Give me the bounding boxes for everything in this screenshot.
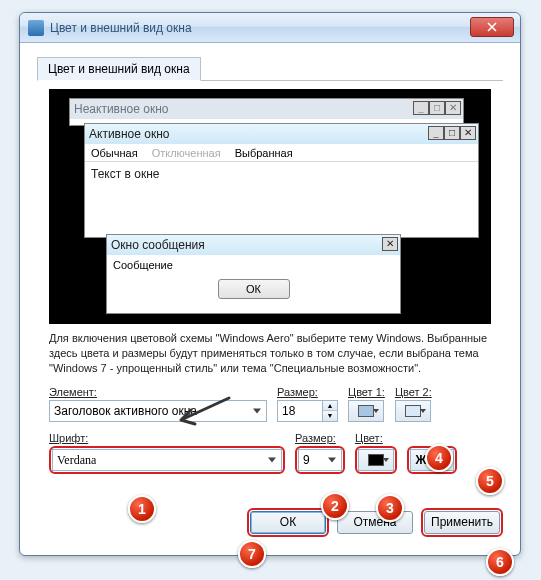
size2-label: Размер: <box>295 432 345 444</box>
color1-label: Цвет 1: <box>348 386 385 398</box>
color2-label: Цвет 2: <box>395 386 432 398</box>
msgbox-ok-button[interactable]: ОК <box>218 279 290 299</box>
size1-input[interactable] <box>277 400 323 422</box>
pointer-arrow <box>169 394 239 430</box>
inactive-title: Неактивное окно <box>74 102 169 116</box>
row-font: Шрифт: Verdana Размер: 9 Цвет: . Ж <box>49 432 491 474</box>
preview-area: Неактивное окно _ □ ✕ Активное окно <box>49 89 491 324</box>
close-icon <box>487 22 497 32</box>
maximize-icon[interactable]: □ <box>429 101 445 115</box>
size1-label: Размер: <box>277 386 338 398</box>
dialog-buttons: ОК Отмена Применить <box>247 502 503 542</box>
maximize-icon[interactable]: □ <box>444 126 460 140</box>
msgbox-title: Окно сообщения <box>111 238 205 252</box>
size1-spinner[interactable]: ▲▼ <box>322 400 338 422</box>
preview-messagebox[interactable]: Окно сообщения ✕ Сообщение ОК <box>106 234 401 314</box>
window-icon <box>28 20 44 36</box>
font-size-select[interactable]: 9 <box>298 449 342 471</box>
close-icon[interactable]: ✕ <box>382 237 398 251</box>
font-label: Шрифт: <box>49 432 285 444</box>
window-controls: _ □ ✕ <box>428 126 476 140</box>
minimize-icon[interactable]: _ <box>413 101 429 115</box>
msgbox-text: Сообщение <box>107 255 400 275</box>
window-controls: _ □ ✕ <box>413 101 461 115</box>
description-text: Для включения цветовой схемы "Windows Ae… <box>49 331 491 376</box>
tab-color-appearance[interactable]: Цвет и внешний вид окна <box>37 57 201 81</box>
close-icon[interactable]: ✕ <box>460 126 476 140</box>
active-title: Активное окно <box>89 127 170 141</box>
titlebar[interactable]: Цвет и внешний вид окна <box>20 13 520 43</box>
tab-row: Цвет и внешний вид окна <box>37 56 503 81</box>
font-color-picker[interactable] <box>358 449 394 471</box>
preview-inactive-window[interactable]: Неактивное окно _ □ ✕ <box>69 98 464 126</box>
ok-button[interactable]: ОК <box>250 511 326 534</box>
apply-button[interactable]: Применить <box>424 511 500 534</box>
preview-active-window[interactable]: Активное окно _ □ ✕ Обычная Отключенная … <box>84 123 479 238</box>
preview-text: Текст в окне <box>85 162 478 186</box>
callout-6: 6 <box>486 548 514 576</box>
close-icon[interactable]: ✕ <box>445 101 461 115</box>
menu-selected[interactable]: Выбранная <box>235 147 293 159</box>
callout-4: 4 <box>425 444 453 472</box>
menu-disabled: Отключенная <box>152 147 221 159</box>
client-area: Цвет и внешний вид окна Неактивное окно … <box>27 49 513 548</box>
callout-3: 3 <box>376 494 404 522</box>
font-select[interactable]: Verdana <box>52 449 282 471</box>
close-button[interactable] <box>470 17 514 37</box>
callout-1: 1 <box>128 495 156 523</box>
color1-picker[interactable] <box>348 400 384 422</box>
callout-7: 7 <box>238 540 266 568</box>
minimize-icon[interactable]: _ <box>428 126 444 140</box>
window-color-appearance: Цвет и внешний вид окна Цвет и внешний в… <box>19 12 521 556</box>
row-element: Элемент: Заголовок активного окна Размер… <box>49 386 491 422</box>
callout-2: 2 <box>321 492 349 520</box>
preview-menubar: Обычная Отключенная Выбранная <box>85 144 478 162</box>
color2-picker[interactable] <box>395 400 431 422</box>
tab-content: Неактивное окно _ □ ✕ Активное окно <box>37 81 503 486</box>
menu-normal[interactable]: Обычная <box>91 147 138 159</box>
fontcolor-label: Цвет: <box>355 432 397 444</box>
window-title: Цвет и внешний вид окна <box>50 21 192 35</box>
callout-5: 5 <box>476 467 504 495</box>
